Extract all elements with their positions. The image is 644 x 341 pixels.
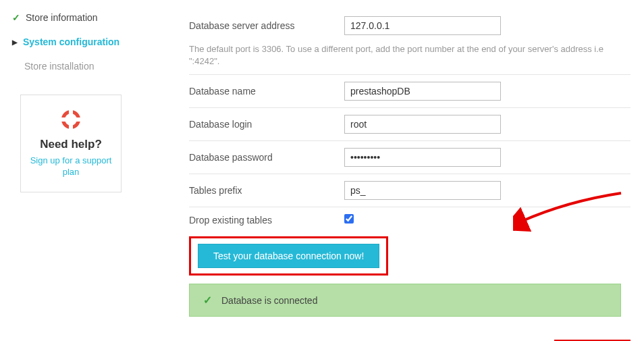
main-content: Database server address The default port… xyxy=(135,0,644,341)
nav-label: Store installation xyxy=(24,61,95,72)
label-db-address: Database server address xyxy=(189,20,344,31)
help-box: Need help? Sign up for a support plan xyxy=(20,95,122,192)
label-tables-prefix: Tables prefix xyxy=(189,185,344,196)
row-db-name: Database name xyxy=(189,75,630,108)
label-db-name: Database name xyxy=(189,86,344,97)
test-connection-button[interactable]: Test your database connection now! xyxy=(198,244,379,268)
nav-label: System configuration xyxy=(23,36,119,47)
check-icon: ✓ xyxy=(203,294,212,307)
help-title: Need help? xyxy=(29,138,113,151)
label-drop-tables: Drop existing tables xyxy=(189,215,344,226)
row-db-address: Database server address xyxy=(189,9,630,42)
status-success: ✓ Database is connected xyxy=(189,284,621,317)
input-db-password[interactable] xyxy=(344,148,501,167)
lifebuoy-icon xyxy=(29,110,113,131)
help-link[interactable]: Sign up for a support plan xyxy=(29,155,113,178)
hint-db-address: The default port is 3306. To use a diffe… xyxy=(189,42,630,75)
input-db-login[interactable] xyxy=(344,115,501,134)
input-db-address[interactable] xyxy=(344,16,501,35)
row-db-login: Database login xyxy=(189,108,630,141)
check-icon: ✓ xyxy=(12,12,20,23)
status-text: Database is connected xyxy=(221,295,317,306)
label-db-login: Database login xyxy=(189,119,344,130)
row-db-password: Database password xyxy=(189,141,630,174)
nav-system-configuration[interactable]: ▶ System configuration xyxy=(12,34,128,50)
highlight-test-button: Test your database connection now! xyxy=(189,236,388,276)
input-db-name[interactable] xyxy=(344,82,501,101)
row-tables-prefix: Tables prefix xyxy=(189,174,630,207)
arrow-right-icon: ▶ xyxy=(12,38,18,46)
nav-store-installation[interactable]: Store installation xyxy=(12,58,128,74)
nav-store-information[interactable]: ✓ Store information xyxy=(12,9,128,26)
sidebar: ✓ Store information ▶ System configurati… xyxy=(0,0,135,341)
row-drop-tables: Drop existing tables xyxy=(189,207,630,232)
input-tables-prefix[interactable] xyxy=(344,181,501,200)
checkbox-drop-tables[interactable] xyxy=(344,214,354,224)
nav-label: Store information xyxy=(26,12,98,23)
label-db-password: Database password xyxy=(189,152,344,163)
